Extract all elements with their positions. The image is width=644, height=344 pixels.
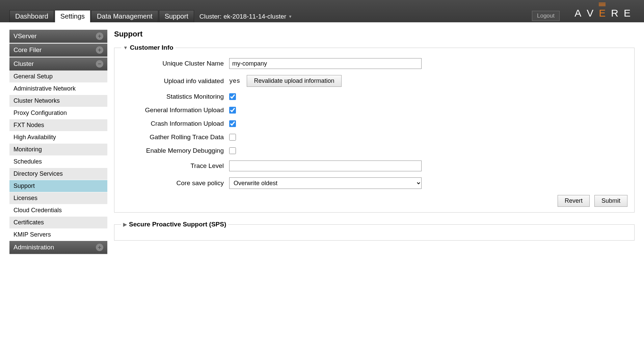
- customer-info-fieldset: ▼ Customer Info Unique Cluster Name Uplo…: [114, 44, 635, 213]
- label-stats-monitoring: Statistics Monitoring: [121, 93, 229, 100]
- label-rolling-trace: Gather Rolling Trace Data: [121, 133, 229, 141]
- page-title: Support: [114, 30, 635, 39]
- sps-legend[interactable]: ▶ Secure Proactive Support (SPS): [121, 221, 228, 228]
- logout-button[interactable]: Logout: [532, 11, 560, 21]
- plus-icon: +: [96, 32, 103, 40]
- input-cluster-name[interactable]: [229, 58, 422, 69]
- row-trace-level: Trace Level: [121, 161, 627, 171]
- row-memory-debug: Enable Memory Debugging: [121, 147, 627, 154]
- disclosure-open-icon: ▼: [123, 45, 128, 50]
- revert-button[interactable]: Revert: [558, 195, 590, 207]
- sidebar-item-certificates[interactable]: Certificates: [9, 217, 107, 229]
- sidebar-cluster-items: General Setup Administrative Network Clu…: [9, 71, 107, 241]
- label-trace-level: Trace Level: [121, 162, 229, 170]
- sidebar-item-high-availability[interactable]: High Availability: [9, 131, 107, 144]
- sidebar-item-schedules[interactable]: Schedules: [9, 156, 107, 168]
- row-stats-monitoring: Statistics Monitoring: [121, 93, 627, 100]
- row-rolling-trace: Gather Rolling Trace Data: [121, 133, 627, 141]
- avere-logo: AVERE: [574, 7, 635, 19]
- plus-icon: +: [96, 244, 103, 251]
- row-upload-validated: Upload info validated yes Revalidate upl…: [121, 75, 627, 87]
- sidebar-item-cluster-networks[interactable]: Cluster Networks: [9, 95, 107, 107]
- label-general-info: General Information Upload: [121, 106, 229, 114]
- checkbox-rolling-trace[interactable]: [229, 134, 236, 141]
- sidebar-item-monitoring[interactable]: Monitoring: [9, 144, 107, 156]
- sidebar-item-administrative-network[interactable]: Administrative Network: [9, 83, 107, 95]
- row-general-info: General Information Upload: [121, 106, 627, 114]
- checkbox-general-info[interactable]: [229, 107, 236, 114]
- label-crash-info: Crash Information Upload: [121, 120, 229, 127]
- tab-support[interactable]: Support: [159, 10, 194, 22]
- sidebar-item-directory-services[interactable]: Directory Services: [9, 168, 107, 180]
- label-upload-validated: Upload info validated: [121, 77, 229, 85]
- content-area: Support ▼ Customer Info Unique Cluster N…: [114, 30, 635, 254]
- cluster-prefix: Cluster:: [199, 13, 221, 20]
- sidebar: VServer + Core Filer + Cluster − General…: [9, 30, 107, 254]
- minus-icon: −: [96, 60, 103, 68]
- chevron-down-icon: ▼: [288, 14, 292, 19]
- checkbox-stats-monitoring[interactable]: [229, 93, 236, 100]
- topbar: Dashboard Settings Data Management Suppo…: [0, 0, 644, 22]
- upload-validated-value: yes: [229, 78, 240, 84]
- sps-fieldset: ▶ Secure Proactive Support (SPS): [114, 221, 635, 241]
- tab-settings[interactable]: Settings: [55, 10, 90, 22]
- sidebar-item-proxy-configuration[interactable]: Proxy Configuration: [9, 107, 107, 119]
- sidebar-item-licenses[interactable]: Licenses: [9, 192, 107, 204]
- sidebar-item-kmip-servers[interactable]: KMIP Servers: [9, 229, 107, 241]
- checkbox-crash-info[interactable]: [229, 120, 236, 127]
- logo-letter: R: [611, 7, 622, 19]
- sidebar-item-cloud-credentials[interactable]: Cloud Credentials: [9, 204, 107, 217]
- legend-label: Customer Info: [130, 44, 173, 51]
- sidebar-section-label: Administration: [14, 244, 54, 251]
- sidebar-section-label: Cluster: [14, 60, 34, 68]
- input-trace-level[interactable]: [229, 161, 422, 171]
- row-crash-info: Crash Information Upload: [121, 120, 627, 127]
- sidebar-item-support[interactable]: Support: [9, 180, 107, 192]
- sidebar-item-general-setup[interactable]: General Setup: [9, 71, 107, 83]
- logo-letter: E: [599, 7, 610, 19]
- row-core-save-policy: Core save policy Overwrite oldest: [121, 177, 627, 189]
- submit-button[interactable]: Submit: [594, 195, 627, 207]
- sidebar-section-corefiler[interactable]: Core Filer +: [9, 44, 107, 57]
- tab-data-management[interactable]: Data Management: [91, 10, 158, 22]
- cluster-name: ek-2018-11-14-cluster: [223, 13, 286, 20]
- customer-info-buttons: Revert Submit: [121, 195, 627, 207]
- label-cluster-name: Unique Cluster Name: [121, 60, 229, 67]
- select-core-save-policy[interactable]: Overwrite oldest: [229, 177, 422, 189]
- revalidate-button[interactable]: Revalidate upload information: [247, 75, 341, 87]
- sidebar-section-label: VServer: [14, 32, 37, 40]
- sidebar-item-fxt-nodes[interactable]: FXT Nodes: [9, 119, 107, 131]
- checkbox-memory-debug[interactable]: [229, 147, 236, 154]
- main-area: VServer + Core Filer + Cluster − General…: [0, 22, 644, 262]
- sidebar-section-label: Core Filer: [14, 46, 42, 54]
- plus-icon: +: [96, 46, 103, 54]
- label-memory-debug: Enable Memory Debugging: [121, 147, 229, 154]
- sidebar-section-administration[interactable]: Administration +: [9, 241, 107, 254]
- cluster-selector[interactable]: Cluster: ek-2018-11-14-cluster ▼: [195, 11, 297, 22]
- legend-label: Secure Proactive Support (SPS): [129, 221, 226, 228]
- logo-letter: A: [574, 7, 585, 19]
- logo-letter: V: [587, 7, 597, 19]
- sidebar-section-vserver[interactable]: VServer +: [9, 30, 107, 43]
- label-core-save-policy: Core save policy: [121, 179, 229, 187]
- tab-dashboard[interactable]: Dashboard: [9, 10, 54, 22]
- row-cluster-name: Unique Cluster Name: [121, 58, 627, 69]
- customer-info-legend[interactable]: ▼ Customer Info: [121, 44, 176, 51]
- logo-letter: E: [624, 7, 635, 19]
- disclosure-closed-icon: ▶: [123, 222, 127, 227]
- sidebar-section-cluster[interactable]: Cluster −: [9, 57, 107, 71]
- main-tabs: Dashboard Settings Data Management Suppo…: [9, 11, 297, 22]
